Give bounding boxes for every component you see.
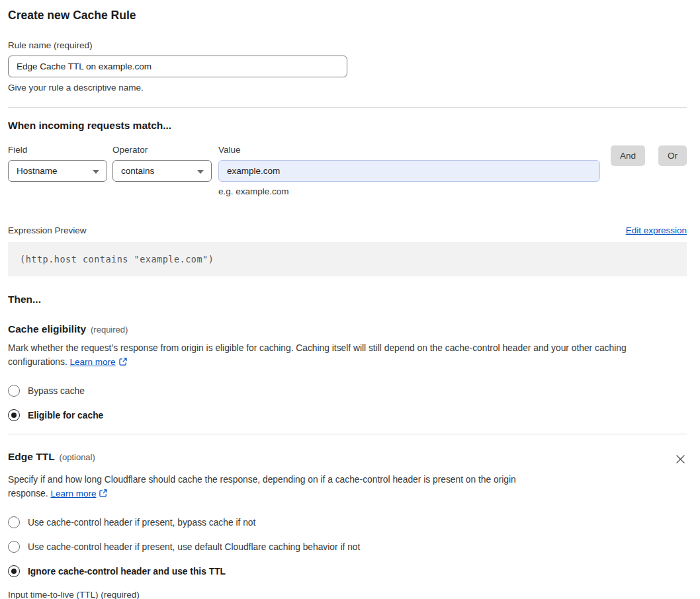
learn-more-link[interactable]: Learn more (50, 489, 96, 499)
or-button[interactable]: Or (658, 145, 687, 166)
match-heading: When incoming requests match... (8, 120, 687, 132)
radio-eligible-for-cache[interactable]: Eligible for cache (8, 409, 687, 421)
rule-name-input[interactable] (8, 56, 347, 77)
radio-icon (8, 541, 20, 553)
then-heading: Then... (8, 294, 687, 305)
radio-checked-icon (8, 409, 20, 421)
match-row: Field Hostname Operator contains Value e… (8, 145, 687, 196)
cache-eligibility-description: Mark whether the request’s response from… (8, 341, 687, 370)
page-title: Create new Cache Rule (8, 9, 687, 22)
value-input[interactable] (218, 160, 600, 182)
cache-eligibility-options: Bypass cache Eligible for cache (8, 385, 687, 421)
field-select-value: Hostname (17, 166, 58, 176)
operator-label: Operator (112, 145, 212, 155)
close-icon[interactable] (674, 453, 687, 467)
edge-ttl-description: Specify if and how long Cloudflare shoul… (8, 473, 558, 502)
radio-use-header-default[interactable]: Use cache-control header if present, use… (8, 541, 687, 553)
operator-select[interactable]: contains (112, 160, 212, 182)
rule-name-help: Give your rule a descriptive name. (8, 83, 687, 93)
edge-ttl-title: Edge TTL (8, 451, 55, 463)
edit-expression-link[interactable]: Edit expression (626, 225, 687, 235)
chevron-down-icon (93, 170, 99, 174)
cache-eligibility-title: Cache eligibility (8, 323, 86, 335)
field-label: Field (8, 145, 107, 155)
expression-preview-code: (http.host contains "example.com") (8, 242, 687, 276)
cache-eligibility-header: Cache eligibility (required) (8, 323, 687, 335)
field-select[interactable]: Hostname (8, 160, 107, 182)
radio-ignore-header-use-ttl[interactable]: Ignore cache-control header and use this… (8, 565, 687, 577)
cache-eligibility-qualifier: (required) (91, 325, 128, 335)
divider (8, 107, 687, 108)
edge-ttl-options: Use cache-control header if present, byp… (8, 516, 687, 577)
value-label: Value (218, 145, 600, 155)
expression-preview-label: Expression Preview (8, 225, 87, 235)
external-link-icon (99, 488, 108, 502)
radio-icon (8, 385, 20, 397)
radio-bypass-cache[interactable]: Bypass cache (8, 385, 687, 397)
edge-ttl-qualifier: (optional) (60, 452, 95, 462)
chevron-down-icon (197, 170, 204, 174)
radio-icon (8, 516, 20, 528)
rule-name-label: Rule name (required) (8, 40, 687, 50)
learn-more-link[interactable]: Learn more (70, 357, 116, 367)
operator-select-value: contains (121, 166, 154, 176)
divider (8, 434, 687, 434)
external-link-icon (118, 356, 128, 370)
radio-checked-icon (8, 565, 20, 577)
edge-ttl-header: Edge TTL (optional) (8, 451, 95, 463)
and-button[interactable]: And (611, 145, 645, 166)
ttl-input-label: Input time-to-live (TTL) (required) (8, 590, 687, 599)
create-cache-rule-form: Create new Cache Rule Rule name (require… (0, 0, 700, 599)
radio-use-header-bypass[interactable]: Use cache-control header if present, byp… (8, 516, 687, 528)
value-hint: e.g. example.com (218, 186, 600, 196)
rule-name-section: Rule name (required) Give your rule a de… (8, 40, 687, 93)
